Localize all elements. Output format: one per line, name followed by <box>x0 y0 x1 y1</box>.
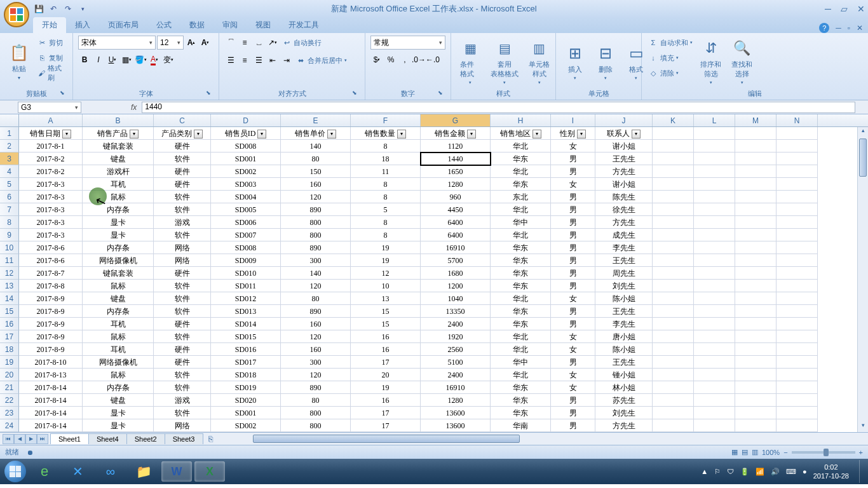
cell[interactable]: 男 <box>551 356 595 369</box>
row-header[interactable]: 10 <box>0 241 19 254</box>
cell[interactable]: 2017-8-6 <box>19 241 83 254</box>
cell[interactable] <box>776 203 818 216</box>
row-header[interactable]: 8 <box>0 216 19 229</box>
cell[interactable]: SD010 <box>211 267 281 280</box>
cell[interactable]: 华北 <box>491 229 551 241</box>
cell[interactable] <box>694 241 735 254</box>
number-launcher[interactable]: ⬊ <box>437 90 444 97</box>
cell[interactable]: 2400 <box>421 369 491 381</box>
cell[interactable]: 女 <box>551 343 595 356</box>
row-header[interactable]: 4 <box>0 165 19 178</box>
row-header[interactable]: 2 <box>0 140 19 152</box>
cell[interactable]: 800 <box>281 229 351 241</box>
ribbon-tab-2[interactable]: 页面布局 <box>99 17 147 33</box>
cell[interactable] <box>653 356 694 369</box>
cell[interactable]: 华东 <box>491 152 551 165</box>
cell[interactable] <box>735 318 776 330</box>
cell[interactable] <box>653 305 694 318</box>
row-header[interactable]: 18 <box>0 343 19 356</box>
cell[interactable] <box>694 229 735 241</box>
tray-volume-icon[interactable]: 🔊 <box>771 468 780 476</box>
cell[interactable]: 周先生 <box>595 267 653 280</box>
cell[interactable] <box>776 330 818 343</box>
cell[interactable]: SD014 <box>211 318 281 330</box>
cell[interactable]: 13350 <box>421 305 491 318</box>
cell[interactable]: 19 <box>351 381 421 394</box>
column-header[interactable]: N <box>776 114 818 126</box>
cell[interactable]: 2017-8-9 <box>19 343 83 356</box>
row-header[interactable]: 11 <box>0 254 19 267</box>
cell[interactable]: 显卡 <box>83 407 154 419</box>
row-header[interactable]: 3 <box>0 152 19 165</box>
cell[interactable]: 唐小姐 <box>595 330 653 343</box>
sheet-nav-last[interactable]: ⏭ <box>37 434 48 444</box>
cell[interactable] <box>653 419 694 432</box>
cell[interactable]: SD013 <box>211 305 281 318</box>
cell[interactable] <box>694 381 735 394</box>
cell[interactable] <box>776 318 818 330</box>
cell[interactable] <box>776 343 818 356</box>
zoom-level[interactable]: 100% <box>762 449 780 456</box>
cell[interactable]: 苏先生 <box>595 394 653 407</box>
cell[interactable]: 800 <box>281 407 351 419</box>
ribbon-tab-4[interactable]: 数据 <box>180 17 214 33</box>
cell[interactable]: 8 <box>351 191 421 203</box>
insert-button[interactable]: ⊞插入▾ <box>561 36 589 88</box>
cell[interactable] <box>694 178 735 191</box>
taskbar-excel[interactable]: X <box>194 461 225 482</box>
cell[interactable]: SD016 <box>211 343 281 356</box>
cell[interactable] <box>694 140 735 152</box>
cell[interactable]: 2017-8-9 <box>19 305 83 318</box>
cell[interactable]: 120 <box>281 191 351 203</box>
ribbon-tab-6[interactable]: 视图 <box>247 17 280 33</box>
cell[interactable]: 网络摄像机 <box>83 254 154 267</box>
cell[interactable] <box>776 140 818 152</box>
cell[interactable] <box>776 419 818 432</box>
ribbon-tab-1[interactable]: 插入 <box>66 17 99 33</box>
cell[interactable]: 8 <box>351 140 421 152</box>
cell[interactable]: 华中 <box>491 356 551 369</box>
cell[interactable] <box>735 280 776 292</box>
cell[interactable]: 男 <box>551 203 595 216</box>
cell[interactable] <box>694 292 735 305</box>
cell[interactable] <box>694 165 735 178</box>
cell[interactable]: 11 <box>351 165 421 178</box>
cell[interactable]: 2017-8-14 <box>19 419 83 432</box>
cell[interactable]: 19 <box>351 241 421 254</box>
cell[interactable] <box>694 369 735 381</box>
cell[interactable]: 800 <box>281 216 351 229</box>
wrap-text-button[interactable]: ↩自动换行 <box>280 36 323 50</box>
cell[interactable] <box>653 381 694 394</box>
align-right-icon[interactable]: ☰ <box>252 54 265 67</box>
cell[interactable]: 销售金额▾ <box>421 127 491 140</box>
sheet-nav-next[interactable]: ▶ <box>25 434 37 444</box>
cell[interactable]: 键盘 <box>83 152 154 165</box>
row-header[interactable]: 19 <box>0 356 19 369</box>
taskbar-word[interactable]: W <box>161 461 192 482</box>
qat-dropdown-icon[interactable]: ▾ <box>77 3 88 15</box>
clear-button[interactable]: ◇清除▾ <box>647 66 694 80</box>
cell[interactable]: 软件 <box>154 407 211 419</box>
row-header[interactable]: 7 <box>0 203 19 216</box>
tray-ime-icon[interactable]: ⌨ <box>786 468 796 476</box>
cell[interactable]: SD019 <box>211 381 281 394</box>
cell[interactable] <box>735 216 776 229</box>
cell[interactable] <box>776 407 818 419</box>
cell[interactable] <box>694 318 735 330</box>
vscroll-thumb[interactable] <box>859 139 867 177</box>
cell[interactable]: 6400 <box>421 216 491 229</box>
row-header[interactable]: 13 <box>0 280 19 292</box>
cell[interactable] <box>653 369 694 381</box>
cell[interactable]: 2017-8-14 <box>19 407 83 419</box>
cell[interactable]: 800 <box>281 419 351 432</box>
column-header[interactable]: C <box>154 114 211 126</box>
cell[interactable]: SD006 <box>211 216 281 229</box>
cell[interactable]: 890 <box>281 381 351 394</box>
clock[interactable]: 0:02 2017-10-28 <box>813 463 853 480</box>
tray-misc-icon[interactable]: ● <box>803 468 807 475</box>
column-header[interactable]: A <box>19 114 83 126</box>
cell[interactable]: 120 <box>281 369 351 381</box>
cell[interactable]: 2017-8-9 <box>19 330 83 343</box>
cell[interactable]: SD015 <box>211 330 281 343</box>
cell[interactable]: 1440 <box>421 152 491 165</box>
